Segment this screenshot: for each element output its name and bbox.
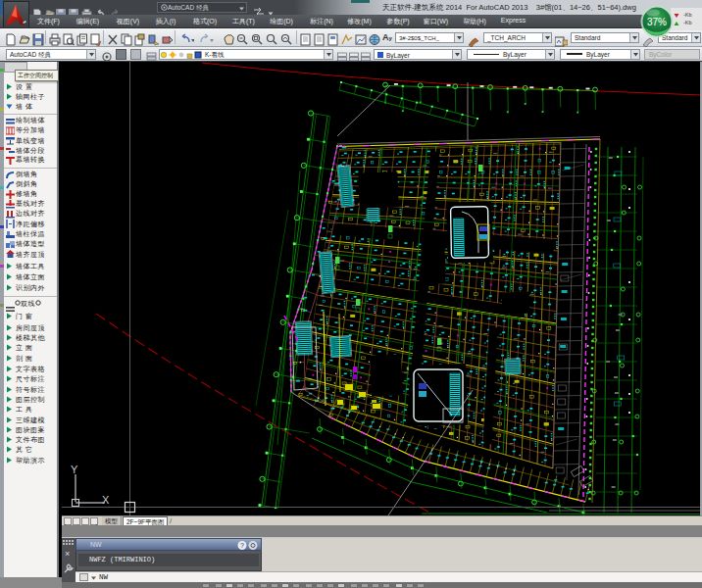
svg-text:X: X	[102, 494, 110, 506]
svg-text:Y: Y	[71, 464, 78, 475]
svg-text:37%: 37%	[647, 17, 667, 27]
svg-text:?: ?	[240, 542, 244, 549]
